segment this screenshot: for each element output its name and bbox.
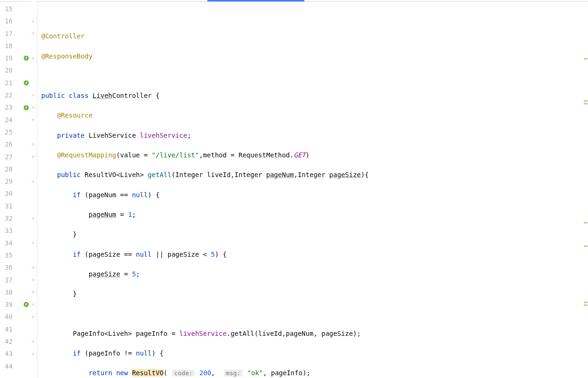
code-line[interactable]: pageNum = 1; <box>41 208 588 221</box>
fold-expand-icon[interactable]: ⊟ <box>32 340 36 344</box>
spring-bean-icon[interactable] <box>23 105 29 111</box>
line-number[interactable]: 42 <box>0 335 21 348</box>
code-line[interactable] <box>41 70 588 82</box>
editor-top-border <box>0 1 588 2</box>
warning-mark[interactable] <box>584 222 588 223</box>
code-line[interactable]: if (pageInfo != null) { <box>41 347 588 359</box>
fold-expand-icon[interactable]: ⊟ <box>32 278 36 282</box>
parameter-hint: code: <box>172 370 194 377</box>
gutter-icons <box>22 0 31 378</box>
fold-expand-icon[interactable]: ⊟ <box>32 179 36 184</box>
code-line[interactable]: } <box>41 228 588 240</box>
fold-collapse-icon[interactable]: ⊖ <box>32 216 36 221</box>
line-number[interactable]: 43 <box>0 348 21 360</box>
code-line[interactable]: @Controller <box>41 30 588 42</box>
line-number[interactable]: 18 <box>0 40 21 52</box>
warning-mark[interactable] <box>584 103 588 104</box>
fold-collapse-icon[interactable]: ⊖ <box>32 56 36 60</box>
code-line[interactable]: PageInfo<Liveh> pageInfo = livehService.… <box>41 327 588 340</box>
line-number[interactable]: 34 <box>0 237 21 249</box>
warning-mark[interactable] <box>584 100 588 102</box>
line-number[interactable]: 31 <box>0 200 21 212</box>
line-number[interactable]: 23 <box>0 101 21 113</box>
code-line[interactable]: } <box>41 288 588 300</box>
fold-collapse-icon[interactable]: ⊖ <box>32 315 36 319</box>
fold-expand-icon[interactable]: ⊟ <box>32 142 36 147</box>
spring-bean-icon[interactable] <box>23 55 29 61</box>
fold-collapse-icon[interactable]: ⊖ <box>32 105 36 110</box>
code-line[interactable] <box>41 307 588 319</box>
line-number[interactable]: 21 <box>0 77 21 89</box>
line-number[interactable]: 38 <box>0 286 21 298</box>
code-line[interactable]: if (pageNum == null) { <box>41 189 588 201</box>
fold-collapse-icon[interactable]: ⊖ <box>32 352 36 356</box>
warning-mark[interactable] <box>584 58 588 59</box>
warning-mark[interactable] <box>584 302 588 303</box>
fold-expand-icon[interactable]: ⊟ <box>32 266 36 270</box>
fold-collapse-icon[interactable]: ⊖ <box>32 19 36 23</box>
line-number[interactable]: 25 <box>0 126 21 138</box>
warning-mark[interactable] <box>584 245 588 247</box>
spring-bean-icon[interactable] <box>23 80 29 86</box>
warning-mark[interactable] <box>584 304 588 306</box>
fold-collapse-icon[interactable]: ⊖ <box>32 155 36 159</box>
fold-expand-icon[interactable]: ⊟ <box>32 31 36 36</box>
code-editor[interactable]: 15 16 17 18 19 20 21 22 23 24 25 26 27 2… <box>0 0 588 378</box>
code-line[interactable]: @RequestMapping(value = "/live/list",met… <box>41 149 588 161</box>
line-number[interactable]: 15 <box>0 3 21 15</box>
code-line[interactable]: @ResponseBody <box>41 50 588 62</box>
fold-column[interactable]: ⊖ ⊟ ⊖ ⊖ ⊖ ⊖ ⊟ ⊖ ⊟ ⊖ ⊖ ⊟ ⊟ ⊖ ⊖ ⊖ ⊟ ⊖ <box>31 0 37 378</box>
line-number[interactable]: 39 <box>0 298 21 311</box>
code-line[interactable]: public ResultVO<Liveh> getAll(Integer li… <box>41 169 588 181</box>
line-number[interactable]: 32 <box>0 212 21 224</box>
error-stripe-scrollbar[interactable] <box>582 2 588 378</box>
line-number[interactable]: 30 <box>0 187 21 200</box>
line-number-gutter[interactable]: 15 16 17 18 19 20 21 22 23 24 25 26 27 2… <box>0 0 22 378</box>
line-number[interactable]: 22 <box>0 89 21 101</box>
code-line[interactable]: private LivehService livehService; <box>41 129 588 141</box>
line-number[interactable]: 28 <box>0 163 21 175</box>
line-number[interactable]: 29 <box>0 175 21 187</box>
code-area[interactable]: @Controller @ResponseBody public class L… <box>37 0 588 378</box>
line-number[interactable]: 33 <box>0 224 21 237</box>
line-number[interactable]: 35 <box>0 249 21 261</box>
code-line[interactable]: @Resource <box>41 109 588 121</box>
line-number[interactable]: 36 <box>0 261 21 274</box>
fold-collapse-icon[interactable]: ⊖ <box>32 241 36 245</box>
parameter-hint: msg: <box>224 370 242 377</box>
fold-collapse-icon[interactable]: ⊖ <box>32 303 36 307</box>
fold-collapse-icon[interactable]: ⊖ <box>32 118 36 122</box>
line-number[interactable]: 27 <box>0 151 21 163</box>
line-number[interactable]: 26 <box>0 138 21 150</box>
line-number[interactable]: 44 <box>0 360 21 372</box>
line-number[interactable]: 24 <box>0 114 21 126</box>
code-line[interactable] <box>41 10 588 22</box>
spring-bean-icon[interactable] <box>23 302 29 307</box>
line-number[interactable]: 40 <box>0 311 21 323</box>
line-number[interactable]: 41 <box>0 323 21 335</box>
line-number[interactable]: 16 <box>0 15 21 27</box>
code-line[interactable]: public class LivehController { <box>41 89 588 102</box>
fold-collapse-icon[interactable]: ⊖ <box>32 290 36 294</box>
fold-collapse-icon[interactable]: ⊖ <box>32 93 36 97</box>
code-line[interactable]: return new ResultVO( code: 200, msg: "ok… <box>41 367 588 378</box>
code-line[interactable]: if (pageSize == null || pageSize < 5) { <box>41 248 588 260</box>
code-line[interactable]: pageSize = 5; <box>41 268 588 280</box>
line-number[interactable]: 19 <box>0 52 21 64</box>
line-number[interactable]: 37 <box>0 274 21 286</box>
line-number[interactable]: 20 <box>0 64 21 76</box>
line-number[interactable]: 17 <box>0 28 21 40</box>
